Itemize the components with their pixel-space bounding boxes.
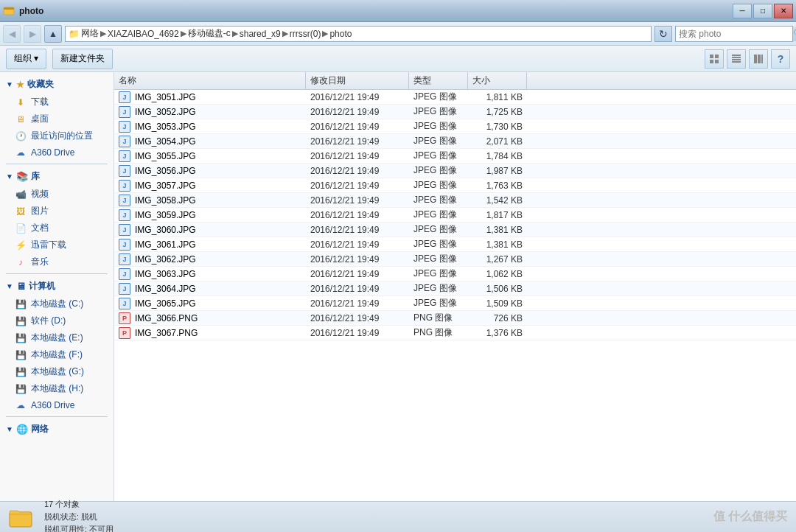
file-date-cell: 2016/12/21 19:49 bbox=[306, 252, 409, 266]
file-size: 1,542 KB bbox=[486, 195, 523, 206]
col-header-type[interactable]: 类型 bbox=[409, 72, 468, 89]
sidebar-item-downloads[interactable]: ⬇ 下载 bbox=[0, 94, 114, 111]
close-button[interactable]: ✕ bbox=[774, 4, 793, 18]
file-type-cell: JPEG 图像 bbox=[409, 193, 468, 207]
file-type: JPEG 图像 bbox=[413, 223, 457, 236]
help-button[interactable]: ? bbox=[771, 49, 790, 69]
up-button[interactable]: ▲ bbox=[44, 25, 62, 43]
sidebar-item-a360-favorites[interactable]: ☁ A360 Drive bbox=[0, 144, 114, 161]
sidebar-section-computer[interactable]: ▼ 🖥 计算机 bbox=[0, 277, 114, 295]
search-box: 🔍 bbox=[675, 26, 793, 42]
sidebar-section-libraries[interactable]: ▼ 📚 库 bbox=[0, 167, 114, 186]
recent-label: 最近访问的位置 bbox=[31, 130, 93, 142]
sidebar-item-desktop[interactable]: 🖥 桌面 bbox=[0, 111, 114, 127]
svg-rect-9 bbox=[732, 61, 741, 63]
file-date-cell: 2016/12/21 19:49 bbox=[306, 208, 409, 222]
view-details-button[interactable] bbox=[727, 49, 746, 69]
col-header-date[interactable]: 修改日期 bbox=[306, 72, 409, 89]
refresh-button[interactable]: ↻ bbox=[654, 26, 672, 42]
path-parts: 📁 网络 ▶ XIAZAIBAO_4692 ▶ 移动磁盘-c ▶ shared_… bbox=[69, 27, 352, 40]
table-row[interactable]: J IMG_3055.JPG 2016/12/21 19:49 JPEG 图像 … bbox=[114, 149, 796, 164]
file-type: JPEG 图像 bbox=[413, 253, 457, 265]
sidebar-item-recent[interactable]: 🕐 最近访问的位置 bbox=[0, 127, 114, 144]
sidebar-item-music[interactable]: ♪ 音乐 bbox=[0, 253, 114, 270]
music-label: 音乐 bbox=[31, 256, 49, 268]
file-size-cell: 1,763 KB bbox=[468, 178, 527, 192]
path-sep-3: ▶ bbox=[232, 29, 238, 38]
table-row[interactable]: J IMG_3054.JPG 2016/12/21 19:49 JPEG 图像 … bbox=[114, 134, 796, 149]
file-date: 2016/12/21 19:49 bbox=[310, 225, 379, 235]
search-button[interactable]: 🔍 bbox=[792, 27, 796, 41]
svg-rect-2 bbox=[710, 55, 713, 58]
table-row[interactable]: J IMG_3063.JPG 2016/12/21 19:49 JPEG 图像 … bbox=[114, 267, 796, 281]
sidebar-item-videos[interactable]: 📹 视频 bbox=[0, 186, 114, 203]
file-size: 1,062 KB bbox=[486, 269, 523, 279]
new-folder-button[interactable]: 新建文件夹 bbox=[52, 49, 113, 69]
file-size: 1,509 KB bbox=[486, 298, 523, 309]
table-row[interactable]: J IMG_3057.JPG 2016/12/21 19:49 JPEG 图像 … bbox=[114, 178, 796, 193]
table-row[interactable]: J IMG_3053.JPG 2016/12/21 19:49 JPEG 图像 … bbox=[114, 119, 796, 134]
toolbar: 组织 ▾ 新建文件夹 ? bbox=[0, 46, 796, 72]
table-row[interactable]: P IMG_3066.PNG 2016/12/21 19:49 PNG 图像 7… bbox=[114, 311, 796, 326]
file-size-cell: 1,381 KB bbox=[468, 237, 527, 251]
sidebar-section-network[interactable]: ▼ 🌐 网络 bbox=[0, 420, 114, 438]
table-row[interactable]: J IMG_3061.JPG 2016/12/21 19:49 JPEG 图像 … bbox=[114, 237, 796, 252]
table-row[interactable]: J IMG_3062.JPG 2016/12/21 19:49 JPEG 图像 … bbox=[114, 252, 796, 267]
minimize-button[interactable]: ─ bbox=[733, 4, 752, 18]
sidebar-item-drive-d[interactable]: 💾 软件 (D:) bbox=[0, 312, 114, 329]
sidebar-section-favorites[interactable]: ▼ ★ 收藏夹 bbox=[0, 75, 114, 94]
sidebar-item-thunder[interactable]: ⚡ 迅雷下载 bbox=[0, 237, 114, 253]
sidebar-item-drive-f[interactable]: 💾 本地磁盘 (F:) bbox=[0, 346, 114, 363]
file-type-cell: JPEG 图像 bbox=[409, 208, 468, 222]
search-input[interactable] bbox=[676, 29, 792, 39]
organize-button[interactable]: 组织 ▾ bbox=[6, 49, 46, 69]
file-date-cell: 2016/12/21 19:49 bbox=[306, 134, 409, 148]
table-row[interactable]: J IMG_3052.JPG 2016/12/21 19:49 JPEG 图像 … bbox=[114, 105, 796, 119]
sidebar-item-drive-e[interactable]: 💾 本地磁盘 (E:) bbox=[0, 329, 114, 346]
file-type-cell: PNG 图像 bbox=[409, 326, 468, 340]
table-row[interactable]: J IMG_3065.JPG 2016/12/21 19:49 JPEG 图像 … bbox=[114, 296, 796, 311]
file-size-cell: 1,811 KB bbox=[468, 90, 527, 104]
table-row[interactable]: J IMG_3064.JPG 2016/12/21 19:49 JPEG 图像 … bbox=[114, 281, 796, 296]
view-toggle-button[interactable] bbox=[705, 49, 724, 69]
table-row[interactable]: J IMG_3051.JPG 2016/12/21 19:49 JPEG 图像 … bbox=[114, 90, 796, 105]
path-segment-6: photo bbox=[329, 29, 352, 39]
status-text: 17 个对象 脱机状态: 脱机 脱机可用性: 不可用 bbox=[44, 499, 114, 532]
path-segment-5: rrrssr(0) bbox=[290, 29, 321, 39]
back-button[interactable]: ◀ bbox=[3, 25, 21, 43]
file-type: JPEG 图像 bbox=[413, 267, 457, 280]
table-row[interactable]: P IMG_3067.PNG 2016/12/21 19:49 PNG 图像 1… bbox=[114, 326, 796, 340]
table-row[interactable]: J IMG_3060.JPG 2016/12/21 19:49 JPEG 图像 … bbox=[114, 223, 796, 237]
table-row[interactable]: J IMG_3056.JPG 2016/12/21 19:49 JPEG 图像 … bbox=[114, 164, 796, 178]
table-row[interactable]: J IMG_3058.JPG 2016/12/21 19:49 JPEG 图像 … bbox=[114, 193, 796, 208]
col-header-name[interactable]: 名称 bbox=[114, 72, 306, 89]
sidebar-item-a360-computer[interactable]: ☁ A360 Drive bbox=[0, 397, 114, 413]
sidebar-item-pictures[interactable]: 🖼 图片 bbox=[0, 203, 114, 220]
file-type-cell: JPEG 图像 bbox=[409, 105, 468, 119]
file-type: JPEG 图像 bbox=[413, 135, 457, 147]
file-size-cell: 1,381 KB bbox=[468, 223, 527, 237]
file-type: JPEG 图像 bbox=[413, 194, 457, 206]
sidebar-divider-3 bbox=[6, 416, 108, 417]
file-date-cell: 2016/12/21 19:49 bbox=[306, 119, 409, 133]
file-size-cell: 1,784 KB bbox=[468, 149, 527, 163]
sidebar-divider-1 bbox=[6, 164, 108, 164]
sidebar-item-drive-c[interactable]: 💾 本地磁盘 (C:) bbox=[0, 295, 114, 312]
sidebar-item-documents[interactable]: 📄 文档 bbox=[0, 220, 114, 237]
file-date-cell: 2016/12/21 19:49 bbox=[306, 149, 409, 163]
file-name: IMG_3055.JPG bbox=[135, 151, 196, 161]
file-type-icon: J bbox=[119, 268, 130, 280]
file-name: IMG_3062.JPG bbox=[135, 254, 196, 265]
forward-button[interactable]: ▶ bbox=[24, 25, 41, 43]
address-path-box[interactable]: 📁 网络 ▶ XIAZAIBAO_4692 ▶ 移动磁盘-c ▶ shared_… bbox=[65, 26, 652, 42]
sidebar-item-drive-g[interactable]: 💾 本地磁盘 (G:) bbox=[0, 363, 114, 380]
view-columns-button[interactable] bbox=[749, 49, 768, 69]
restore-button[interactable]: □ bbox=[753, 4, 772, 18]
table-row[interactable]: J IMG_3059.JPG 2016/12/21 19:49 JPEG 图像 … bbox=[114, 208, 796, 223]
sidebar-item-drive-h[interactable]: 💾 本地磁盘 (H:) bbox=[0, 380, 114, 397]
path-segment-4: shared_x9 bbox=[240, 29, 281, 39]
path-sep-4: ▶ bbox=[282, 29, 288, 38]
file-date: 2016/12/21 19:49 bbox=[310, 298, 379, 309]
col-header-size[interactable]: 大小 bbox=[468, 72, 527, 89]
libraries-icon: 📚 bbox=[16, 171, 28, 182]
